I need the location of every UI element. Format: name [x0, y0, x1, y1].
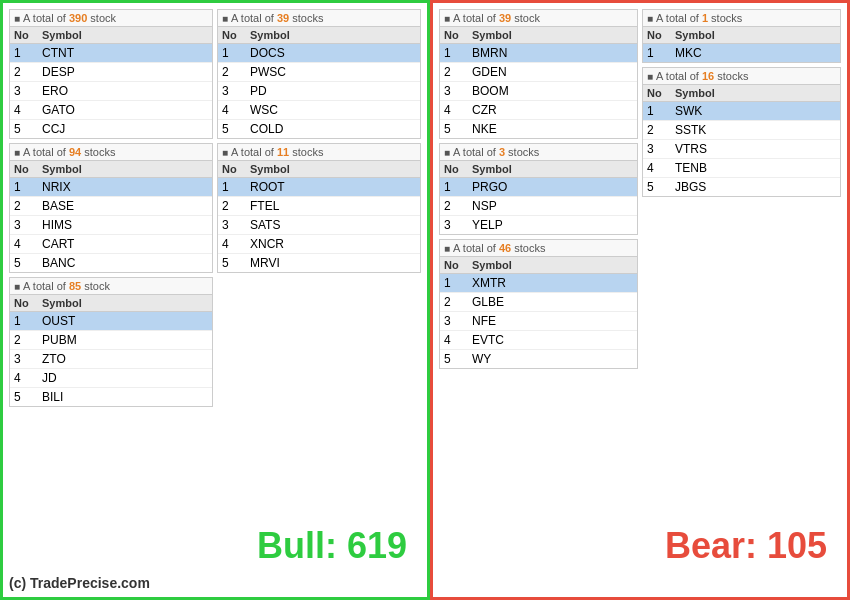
col-no-label: No [440, 161, 468, 177]
table-row: 1CTNT [10, 44, 212, 63]
table-row: 2FTEL [218, 197, 420, 216]
main-container: ■ A total of 390 stock No Symbol 1CTNT 2… [0, 0, 850, 600]
bull-section: ■ A total of 390 stock No Symbol 1CTNT 2… [0, 0, 430, 600]
col-symbol-label: Symbol [468, 161, 637, 177]
table-row: 3PD [218, 82, 420, 101]
col-no-label: No [218, 161, 246, 177]
table-icon: ■ [444, 243, 450, 254]
table-row: 1OUST [10, 312, 212, 331]
table-row: 1SWK [643, 102, 840, 121]
bull-column-1: ■ A total of 390 stock No Symbol 1CTNT 2… [9, 9, 213, 591]
bear-table-2-total-text: A total of 3 stocks [453, 146, 539, 158]
table-row: 2GDEN [440, 63, 637, 82]
table-row: 5WY [440, 350, 637, 368]
col-no-label: No [440, 257, 468, 273]
bull-inner: ■ A total of 390 stock No Symbol 1CTNT 2… [9, 9, 421, 591]
table-row: 2NSP [440, 197, 637, 216]
table-row: 2PUBM [10, 331, 212, 350]
bear-table-1-total-text: A total of 39 stock [453, 12, 540, 24]
bear-table-1: ■ A total of 39 stock No Symbol 1BMRN 2G… [439, 9, 638, 139]
table-row: 5BANC [10, 254, 212, 272]
table-row: 3SATS [218, 216, 420, 235]
bear-table-3-header: ■ A total of 46 stocks [440, 240, 637, 257]
col-symbol-label: Symbol [38, 161, 212, 177]
col-symbol-label: Symbol [246, 161, 420, 177]
bear-inner: ■ A total of 39 stock No Symbol 1BMRN 2G… [439, 9, 841, 591]
col-symbol-label: Symbol [671, 85, 840, 101]
bear-table-1-header: ■ A total of 39 stock [440, 10, 637, 27]
table-row: 1BMRN [440, 44, 637, 63]
table-row: 3YELP [440, 216, 637, 234]
table-row: 5MRVI [218, 254, 420, 272]
bull-col2-table-2-total-text: A total of 11 stocks [231, 146, 323, 158]
bull-label: Bull: 619 [257, 525, 407, 567]
table-icon: ■ [14, 13, 20, 24]
col-headers: No Symbol [10, 161, 212, 178]
col-headers: No Symbol [643, 27, 840, 44]
bull-table-3: ■ A total of 85 stock No Symbol 1OUST 2P… [9, 277, 213, 407]
col-headers: No Symbol [643, 85, 840, 102]
table-row: 2SSTK [643, 121, 840, 140]
col-no-label: No [10, 27, 38, 43]
table-row: 3ERO [10, 82, 212, 101]
table-row: 1PRGO [440, 178, 637, 197]
bull-table-1-total-text: A total of 390 stock [23, 12, 116, 24]
bear-col2-table-2-total-text: A total of 16 stocks [656, 70, 748, 82]
table-row: 3VTRS [643, 140, 840, 159]
bear-col2-table-1: ■ A total of 1 stocks No Symbol 1MKC [642, 9, 841, 63]
bear-col2-table-2: ■ A total of 16 stocks No Symbol 1SWK 2S… [642, 67, 841, 197]
table-row: 5CCJ [10, 120, 212, 138]
copyright: (c) TradePrecise.com [9, 575, 150, 591]
bear-table-3-total-text: A total of 46 stocks [453, 242, 545, 254]
table-row: 3HIMS [10, 216, 212, 235]
bull-col2-table-1: ■ A total of 39 stocks No Symbol 1DOCS 2… [217, 9, 421, 139]
bear-label: Bear: 105 [665, 525, 827, 567]
bear-column-2: ■ A total of 1 stocks No Symbol 1MKC ■ A… [642, 9, 841, 591]
col-no-label: No [10, 295, 38, 311]
bear-table-2: ■ A total of 3 stocks No Symbol 1PRGO 2N… [439, 143, 638, 235]
col-headers: No Symbol [440, 257, 637, 274]
bull-table-2-header: ■ A total of 94 stocks [10, 144, 212, 161]
table-row: 5NKE [440, 120, 637, 138]
table-icon: ■ [14, 281, 20, 292]
bull-table-2: ■ A total of 94 stocks No Symbol 1NRIX 2… [9, 143, 213, 273]
table-row: 1ROOT [218, 178, 420, 197]
table-row: 5JBGS [643, 178, 840, 196]
col-no-label: No [440, 27, 468, 43]
bear-col2-table-2-header: ■ A total of 16 stocks [643, 68, 840, 85]
bear-column-1: ■ A total of 39 stock No Symbol 1BMRN 2G… [439, 9, 638, 591]
bull-table-1: ■ A total of 390 stock No Symbol 1CTNT 2… [9, 9, 213, 139]
table-row: 2GLBE [440, 293, 637, 312]
bull-col2-table-1-total-text: A total of 39 stocks [231, 12, 323, 24]
col-symbol-label: Symbol [38, 295, 212, 311]
table-row: 4TENB [643, 159, 840, 178]
bear-col2-table-1-header: ■ A total of 1 stocks [643, 10, 840, 27]
table-row: 3BOOM [440, 82, 637, 101]
bull-table-3-header: ■ A total of 85 stock [10, 278, 212, 295]
col-headers: No Symbol [440, 27, 637, 44]
col-symbol-label: Symbol [468, 27, 637, 43]
table-row: 1MKC [643, 44, 840, 62]
bull-table-1-header: ■ A total of 390 stock [10, 10, 212, 27]
col-no-label: No [10, 161, 38, 177]
table-row: 4CART [10, 235, 212, 254]
bull-column-2: ■ A total of 39 stocks No Symbol 1DOCS 2… [217, 9, 421, 591]
table-row: 2BASE [10, 197, 212, 216]
col-symbol-label: Symbol [468, 257, 637, 273]
bear-col2-table-1-total-text: A total of 1 stocks [656, 12, 742, 24]
bull-col2-table-2: ■ A total of 11 stocks No Symbol 1ROOT 2… [217, 143, 421, 273]
table-icon: ■ [444, 13, 450, 24]
table-row: 5COLD [218, 120, 420, 138]
table-row: 4XNCR [218, 235, 420, 254]
bull-table-3-total-text: A total of 85 stock [23, 280, 110, 292]
table-row: 3ZTO [10, 350, 212, 369]
table-row: 4JD [10, 369, 212, 388]
table-row: 2PWSC [218, 63, 420, 82]
bear-table-2-header: ■ A total of 3 stocks [440, 144, 637, 161]
bull-table-2-total-text: A total of 94 stocks [23, 146, 115, 158]
col-headers: No Symbol [440, 161, 637, 178]
table-row: 4EVTC [440, 331, 637, 350]
table-icon: ■ [222, 13, 228, 24]
bear-table-3: ■ A total of 46 stocks No Symbol 1XMTR 2… [439, 239, 638, 369]
col-symbol-label: Symbol [671, 27, 840, 43]
